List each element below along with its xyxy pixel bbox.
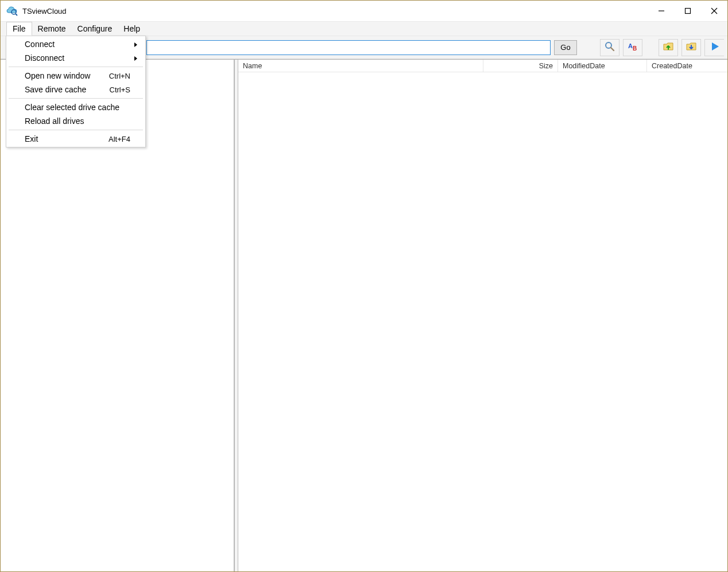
close-button[interactable] xyxy=(701,1,727,21)
column-name-label: Name xyxy=(243,62,262,70)
menu-file[interactable]: File xyxy=(6,22,32,36)
menu-reload-drives-label: Reload all drives xyxy=(25,116,84,126)
path-input[interactable] xyxy=(146,40,551,55)
download-icon xyxy=(686,41,697,54)
menu-separator xyxy=(9,67,143,67)
app-icon xyxy=(6,5,18,17)
menu-configure-label: Configure xyxy=(78,24,113,33)
menu-clear-cache[interactable]: Clear selected drive cache xyxy=(7,100,144,114)
column-created-label: CreatedDate xyxy=(652,62,692,70)
column-modified[interactable]: ModifiedDate xyxy=(558,60,647,72)
menu-open-new-window[interactable]: Open new window Ctrl+N xyxy=(7,69,144,83)
menu-disconnect[interactable]: Disconnect xyxy=(7,51,144,65)
menu-remote[interactable]: Remote xyxy=(32,22,72,36)
menu-configure[interactable]: Configure xyxy=(72,22,118,36)
menu-exit[interactable]: Exit Alt+F4 xyxy=(7,132,144,146)
menu-connect-label: Connect xyxy=(25,40,55,49)
menu-reload-drives[interactable]: Reload all drives xyxy=(7,114,144,128)
column-headers: Name Size ModifiedDate CreatedDate xyxy=(238,60,727,72)
column-created[interactable]: CreatedDate xyxy=(647,60,727,72)
menu-separator xyxy=(9,130,143,130)
menu-save-drive-cache[interactable]: Save dirve cache Ctrl+S xyxy=(7,83,144,96)
svg-line-1 xyxy=(16,14,17,15)
upload-button[interactable] xyxy=(659,39,678,56)
file-list[interactable] xyxy=(238,72,727,571)
menu-exit-label: Exit xyxy=(25,134,38,143)
menubar: File Remote Configure Help xyxy=(1,21,727,36)
menu-disconnect-label: Disconnect xyxy=(25,53,64,63)
svg-line-7 xyxy=(611,48,614,50)
svg-text:B: B xyxy=(633,45,637,52)
list-pane: Name Size ModifiedDate CreatedDate xyxy=(238,60,727,571)
menu-clear-cache-label: Clear selected drive cache xyxy=(25,103,119,112)
menu-save-drive-cache-label: Save dirve cache xyxy=(25,85,86,94)
maximize-button[interactable] xyxy=(675,1,701,21)
play-icon xyxy=(709,41,721,54)
svg-rect-3 xyxy=(686,9,691,14)
window-title: TSviewCloud xyxy=(22,7,67,15)
go-button-label: Go xyxy=(560,43,570,52)
upload-icon xyxy=(663,41,674,54)
column-name[interactable]: Name xyxy=(238,60,483,72)
svg-text:A: A xyxy=(628,42,633,49)
minimize-button[interactable] xyxy=(648,1,675,21)
file-dropdown: Connect Disconnect Open new window Ctrl+… xyxy=(6,36,146,147)
menu-help-label: Help xyxy=(123,24,140,33)
search-button[interactable] xyxy=(600,39,619,56)
menu-connect[interactable]: Connect xyxy=(7,37,144,51)
menu-help[interactable]: Help xyxy=(118,22,146,36)
download-button[interactable] xyxy=(681,39,701,56)
go-button[interactable]: Go xyxy=(554,40,577,55)
menu-open-new-window-label: Open new window xyxy=(25,71,90,80)
menu-exit-shortcut: Alt+F4 xyxy=(109,135,130,143)
menu-save-drive-cache-shortcut: Ctrl+S xyxy=(110,85,130,94)
column-size-label: Size xyxy=(539,62,553,70)
play-button[interactable] xyxy=(704,39,724,56)
ab-icon: AB xyxy=(627,41,638,54)
menu-separator xyxy=(9,98,143,99)
column-modified-label: ModifiedDate xyxy=(563,62,605,70)
ab-button[interactable]: AB xyxy=(623,39,642,56)
search-icon xyxy=(604,41,615,54)
menu-file-label: File xyxy=(13,24,26,33)
chevron-right-icon xyxy=(134,53,138,63)
titlebar: TSviewCloud xyxy=(1,1,727,21)
chevron-right-icon xyxy=(134,40,138,49)
menu-remote-label: Remote xyxy=(38,24,66,33)
menu-open-new-window-shortcut: Ctrl+N xyxy=(109,72,130,80)
column-size[interactable]: Size xyxy=(483,60,558,72)
